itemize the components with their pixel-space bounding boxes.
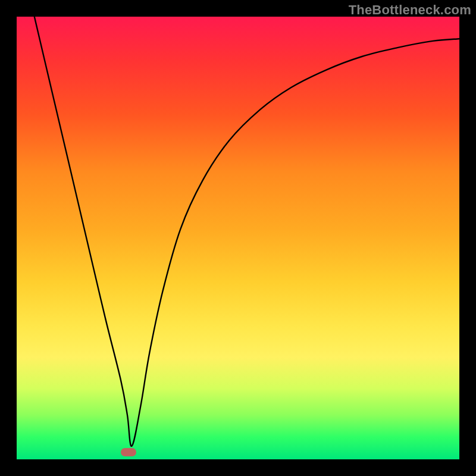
minimum-marker xyxy=(121,448,136,456)
plot-area xyxy=(17,17,459,459)
line-curve xyxy=(17,17,459,459)
watermark-text: TheBottleneck.com xyxy=(349,2,471,18)
chart-frame: TheBottleneck.com xyxy=(0,0,476,476)
